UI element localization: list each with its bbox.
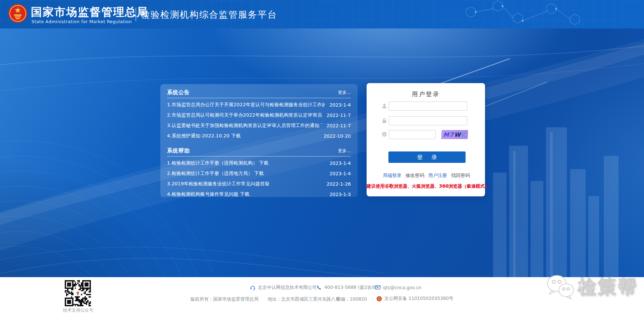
announcement-text: 4.系统维护通知-2022.10.20 下载 <box>167 133 240 139</box>
police-badge-icon <box>376 296 382 302</box>
footer-email: qts@cnca.gov.cn <box>375 285 421 290</box>
password-row <box>367 116 485 125</box>
login-button[interactable]: 登 录 <box>388 151 466 163</box>
browser-notice: 建议使用谷歌浏览器、火狐浏览器、360浏览器（极速模式） <box>367 183 485 189</box>
footer-address-text: 地址：北京市西城区三里河东路八号 <box>268 296 340 302</box>
footer-postcode: 邮编：100820 <box>336 296 367 302</box>
login-panel: 用户登录 M7WC 登 录 局端登录 修改 <box>367 83 485 196</box>
help-date: 2023-1-4 <box>329 171 351 176</box>
announcement-date: 2022-11-7 <box>327 123 351 128</box>
footer-police-text: 京公网安备 11010502035380号 <box>384 296 453 302</box>
footer-copyright: 版权所有：国家市场监督管理总局 <box>191 296 259 302</box>
footer-email-text: qts@cnca.gov.cn <box>383 285 421 290</box>
help-text: 2.检验检测统计工作手册（适用地方局） 下载 <box>167 171 264 177</box>
help-item[interactable]: 4.检验检测机构账号操作常见问题 下载 2023-1-3 <box>167 189 351 199</box>
help-item[interactable]: 1.检验检测统计工作手册（适用检测机构） 下载 2023-1-4 <box>167 158 351 168</box>
announcement-text: 1.市场监管总局办公厅关于开展2022年度认可与检验检测服务业统计工作的通知(注… <box>167 102 325 108</box>
footer-phone: 400-813-5888 (拨2咨询) <box>316 285 378 291</box>
help-date: 2023-1-3 <box>329 192 351 197</box>
shield-icon <box>381 131 387 137</box>
help-text: 4.检验检测机构账号操作常见问题 下载 <box>167 191 250 197</box>
phone-icon <box>316 285 322 291</box>
help-list: 1.检验检测统计工作手册（适用检测机构） 下载 2023-1-4 2.检验检测统… <box>167 156 351 199</box>
footer-company-text: 北京中认网信息技术有限公司 <box>258 285 317 291</box>
top-header-bar: 国家市场监督管理总局 State Administration for Mark… <box>0 0 644 28</box>
username-row <box>367 102 485 111</box>
help-more-link[interactable]: 更多... <box>338 148 351 154</box>
announcements-more-link[interactable]: 更多... <box>338 89 351 96</box>
footer-company: 北京中认网信息技术有限公司 <box>250 285 317 291</box>
announcements-title: 系统公告 <box>167 89 190 96</box>
announcement-item[interactable]: 2.市场监管总局认可检测司关于举办2022年检验检测机构资质认定评审员网上培训的… <box>167 110 351 120</box>
help-text: 3.2019年检验检测服务业统计工作常见问题答疑 <box>167 181 270 187</box>
announcement-item[interactable]: 1.市场监管总局办公厅关于开展2022年度认可与检验检测服务业统计工作的通知(注… <box>167 100 351 110</box>
user-icon <box>381 103 387 109</box>
footer-copyright-text: 版权所有：国家市场监督管理总局 <box>191 296 259 302</box>
change-password-link[interactable]: 修改密码 <box>406 173 424 179</box>
captcha-row: M7WC <box>367 130 485 139</box>
help-date: 2023-1-4 <box>329 161 351 166</box>
notice-panel: 系统公告 更多... 1.市场监管总局办公厅关于开展2022年度认可与检验检测服… <box>160 84 358 197</box>
page-root: 国家市场监督管理总局 State Administration for Mark… <box>0 0 644 314</box>
username-input[interactable] <box>389 102 467 111</box>
platform-title: 检验检测机构综合监管服务平台 <box>141 9 277 21</box>
announcement-date: 2022-11-7 <box>327 113 351 118</box>
password-input[interactable] <box>389 116 467 125</box>
user-register-link[interactable]: 用户注册 <box>428 173 447 179</box>
qr-code <box>65 280 91 306</box>
help-item[interactable]: 3.2019年检验检测服务业统计工作常见问题答疑 2022-1-26 <box>167 179 351 189</box>
footer-phone-text: 400-813-5888 (拨2咨询) <box>324 285 378 291</box>
national-emblem-logo <box>8 4 28 23</box>
lock-icon <box>381 118 387 124</box>
help-item[interactable]: 2.检验检测统计工作手册（适用地方局） 下载 2023-1-4 <box>167 168 351 179</box>
hexagon-pattern <box>453 0 594 28</box>
org-name: 国家市场监督管理总局 <box>31 5 148 20</box>
help-text: 1.检验检测统计工作手册（适用检测机构） 下载 <box>167 160 268 166</box>
footer-address: 地址：北京市西城区三里河东路八号 <box>268 296 340 302</box>
announcement-item[interactable]: 3.认监委秘书处关于加强检验检测机构资质认定评审人员管理工作的通知 下载 202… <box>167 120 351 131</box>
announcement-text: 3.认监委秘书处关于加强检验检测机构资质认定评审人员管理工作的通知 下载 <box>167 123 322 129</box>
announcement-text: 2.市场监管总局认可检测司关于举办2022年检验检测机构资质认定评审员网上培训的… <box>167 112 322 118</box>
captcha-input[interactable] <box>389 130 436 139</box>
announcement-date: 2023-1-4 <box>329 102 351 108</box>
qr-label: 技术支持公众号 <box>51 307 105 313</box>
announcement-date: 2022-10-20 <box>324 133 351 139</box>
footer-bar: 技术支持公众号 北京中认网信息技术有限公司 400-813-5888 (拨2咨询… <box>0 277 644 314</box>
help-header: 系统帮助 更多... <box>167 145 351 156</box>
bureau-login-link[interactable]: 局端登录 <box>383 173 401 179</box>
org-name-english: State Administration for Market Regulati… <box>32 19 132 24</box>
announcements-header: 系统公告 更多... <box>167 87 351 98</box>
help-title: 系统帮助 <box>167 147 190 154</box>
header-divider <box>136 8 136 21</box>
announcements-list: 1.市场监管总局办公厅关于开展2022年度认可与检验检测服务业统计工作的通知(注… <box>167 98 351 141</box>
announcement-item[interactable]: 4.系统维护通知-2022.10.20 下载 2022-10-20 <box>167 131 351 141</box>
forgot-password-link[interactable]: 找回密码 <box>451 173 470 179</box>
headset-icon <box>250 285 256 291</box>
captcha-image[interactable]: M7WC <box>441 130 468 139</box>
envelope-icon <box>375 285 381 290</box>
help-date: 2022-1-26 <box>327 181 351 187</box>
footer-police-record: 京公网安备 11010502035380号 <box>376 296 453 302</box>
login-links-row: 局端登录 修改密码 用户注册 找回密码 <box>383 173 470 179</box>
footer-postcode-text: 邮编：100820 <box>336 296 367 302</box>
login-title: 用户登录 <box>367 90 485 98</box>
